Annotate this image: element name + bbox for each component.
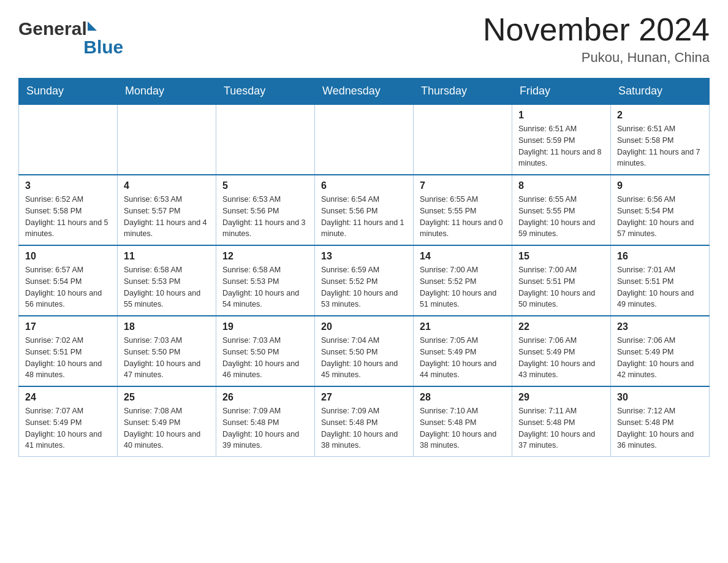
- calendar-week-row: 3Sunrise: 6:52 AM Sunset: 5:58 PM Daylig…: [19, 175, 710, 245]
- day-number: 2: [617, 110, 703, 121]
- day-info: Sunrise: 7:11 AM Sunset: 5:48 PM Dayligh…: [518, 405, 604, 451]
- day-number: 27: [321, 392, 407, 403]
- day-number: 6: [321, 180, 407, 191]
- day-number: 29: [518, 392, 604, 403]
- day-number: 3: [25, 180, 111, 191]
- calendar-header-saturday: Saturday: [611, 79, 710, 105]
- calendar-cell: 5Sunrise: 6:53 AM Sunset: 5:56 PM Daylig…: [216, 175, 315, 245]
- day-info: Sunrise: 6:52 AM Sunset: 5:58 PM Dayligh…: [25, 194, 111, 240]
- day-info: Sunrise: 7:07 AM Sunset: 5:49 PM Dayligh…: [25, 405, 111, 451]
- day-info: Sunrise: 6:53 AM Sunset: 5:57 PM Dayligh…: [124, 194, 210, 240]
- calendar-header-monday: Monday: [118, 79, 216, 105]
- calendar-cell: 12Sunrise: 6:58 AM Sunset: 5:53 PM Dayli…: [216, 245, 315, 316]
- day-number: 22: [518, 321, 604, 332]
- calendar-cell: 8Sunrise: 6:55 AM Sunset: 5:55 PM Daylig…: [512, 175, 611, 245]
- calendar-cell: 10Sunrise: 6:57 AM Sunset: 5:54 PM Dayli…: [19, 245, 118, 316]
- day-number: 8: [518, 180, 604, 191]
- day-info: Sunrise: 7:03 AM Sunset: 5:50 PM Dayligh…: [124, 335, 210, 381]
- day-info: Sunrise: 7:12 AM Sunset: 5:48 PM Dayligh…: [617, 405, 703, 451]
- calendar-cell: [216, 104, 315, 175]
- logo-blue-text: Blue: [83, 37, 123, 58]
- calendar-cell: 7Sunrise: 6:55 AM Sunset: 5:55 PM Daylig…: [414, 175, 512, 245]
- day-number: 9: [617, 180, 703, 191]
- page-header: General General Blue November 2024 Pukou…: [18, 12, 710, 66]
- calendar-cell: 6Sunrise: 6:54 AM Sunset: 5:56 PM Daylig…: [315, 175, 414, 245]
- calendar-cell: 23Sunrise: 7:06 AM Sunset: 5:49 PM Dayli…: [611, 316, 710, 386]
- day-number: 1: [518, 110, 604, 121]
- calendar-cell: 21Sunrise: 7:05 AM Sunset: 5:49 PM Dayli…: [414, 316, 512, 386]
- day-number: 17: [25, 321, 111, 332]
- calendar-week-row: 24Sunrise: 7:07 AM Sunset: 5:49 PM Dayli…: [19, 386, 710, 457]
- calendar-table: SundayMondayTuesdayWednesdayThursdayFrid…: [18, 78, 710, 457]
- day-info: Sunrise: 7:06 AM Sunset: 5:49 PM Dayligh…: [518, 335, 604, 381]
- calendar-cell: 14Sunrise: 7:00 AM Sunset: 5:52 PM Dayli…: [414, 245, 512, 316]
- day-number: 15: [518, 251, 604, 262]
- day-info: Sunrise: 7:00 AM Sunset: 5:52 PM Dayligh…: [420, 264, 506, 310]
- day-info: Sunrise: 6:51 AM Sunset: 5:58 PM Dayligh…: [617, 123, 703, 169]
- calendar-cell: 18Sunrise: 7:03 AM Sunset: 5:50 PM Dayli…: [118, 316, 216, 386]
- day-number: 25: [124, 392, 210, 403]
- calendar-cell: 25Sunrise: 7:08 AM Sunset: 5:49 PM Dayli…: [118, 386, 216, 457]
- day-info: Sunrise: 6:54 AM Sunset: 5:56 PM Dayligh…: [321, 194, 407, 240]
- calendar-cell: 3Sunrise: 6:52 AM Sunset: 5:58 PM Daylig…: [19, 175, 118, 245]
- calendar-cell: 16Sunrise: 7:01 AM Sunset: 5:51 PM Dayli…: [611, 245, 710, 316]
- calendar-header-wednesday: Wednesday: [315, 79, 414, 105]
- calendar-week-row: 1Sunrise: 6:51 AM Sunset: 5:59 PM Daylig…: [19, 104, 710, 175]
- day-number: 4: [124, 180, 210, 191]
- location-text: Pukou, Hunan, China: [483, 50, 710, 66]
- day-number: 14: [420, 251, 506, 262]
- day-info: Sunrise: 6:53 AM Sunset: 5:56 PM Dayligh…: [222, 194, 308, 240]
- day-number: 24: [25, 392, 111, 403]
- day-number: 23: [617, 321, 703, 332]
- calendar-cell: 22Sunrise: 7:06 AM Sunset: 5:49 PM Dayli…: [512, 316, 611, 386]
- day-number: 18: [124, 321, 210, 332]
- calendar-header-thursday: Thursday: [414, 79, 512, 105]
- calendar-cell: 24Sunrise: 7:07 AM Sunset: 5:49 PM Dayli…: [19, 386, 118, 457]
- calendar-header-sunday: Sunday: [19, 79, 118, 105]
- day-info: Sunrise: 7:09 AM Sunset: 5:48 PM Dayligh…: [321, 405, 407, 451]
- day-number: 13: [321, 251, 407, 262]
- calendar-cell: 26Sunrise: 7:09 AM Sunset: 5:48 PM Dayli…: [216, 386, 315, 457]
- calendar-week-row: 17Sunrise: 7:02 AM Sunset: 5:51 PM Dayli…: [19, 316, 710, 386]
- calendar-cell: 9Sunrise: 6:56 AM Sunset: 5:54 PM Daylig…: [611, 175, 710, 245]
- day-info: Sunrise: 6:55 AM Sunset: 5:55 PM Dayligh…: [420, 194, 506, 240]
- month-title: November 2024: [483, 12, 710, 47]
- calendar-header-friday: Friday: [512, 79, 611, 105]
- calendar-cell: 17Sunrise: 7:02 AM Sunset: 5:51 PM Dayli…: [19, 316, 118, 386]
- calendar-cell: [118, 104, 216, 175]
- day-number: 26: [222, 392, 308, 403]
- calendar-cell: 30Sunrise: 7:12 AM Sunset: 5:48 PM Dayli…: [611, 386, 710, 457]
- calendar-cell: [414, 104, 512, 175]
- title-block: November 2024 Pukou, Hunan, China: [483, 12, 710, 66]
- calendar-cell: 28Sunrise: 7:10 AM Sunset: 5:48 PM Dayli…: [414, 386, 512, 457]
- day-info: Sunrise: 6:59 AM Sunset: 5:52 PM Dayligh…: [321, 264, 407, 310]
- calendar-cell: 15Sunrise: 7:00 AM Sunset: 5:51 PM Dayli…: [512, 245, 611, 316]
- calendar-header-tuesday: Tuesday: [216, 79, 315, 105]
- day-number: 7: [420, 180, 506, 191]
- calendar-week-row: 10Sunrise: 6:57 AM Sunset: 5:54 PM Dayli…: [19, 245, 710, 316]
- day-number: 11: [124, 251, 210, 262]
- calendar-cell: 19Sunrise: 7:03 AM Sunset: 5:50 PM Dayli…: [216, 316, 315, 386]
- day-number: 16: [617, 251, 703, 262]
- calendar-cell: 27Sunrise: 7:09 AM Sunset: 5:48 PM Dayli…: [315, 386, 414, 457]
- day-number: 5: [222, 180, 308, 191]
- day-info: Sunrise: 7:02 AM Sunset: 5:51 PM Dayligh…: [25, 335, 111, 381]
- calendar-cell: [19, 104, 118, 175]
- day-number: 20: [321, 321, 407, 332]
- day-number: 10: [25, 251, 111, 262]
- day-info: Sunrise: 7:09 AM Sunset: 5:48 PM Dayligh…: [222, 405, 308, 451]
- calendar-cell: 13Sunrise: 6:59 AM Sunset: 5:52 PM Dayli…: [315, 245, 414, 316]
- logo-arrow-icon: [88, 21, 97, 31]
- day-info: Sunrise: 6:55 AM Sunset: 5:55 PM Dayligh…: [518, 194, 604, 240]
- day-number: 21: [420, 321, 506, 332]
- calendar-cell: 29Sunrise: 7:11 AM Sunset: 5:48 PM Dayli…: [512, 386, 611, 457]
- day-info: Sunrise: 6:56 AM Sunset: 5:54 PM Dayligh…: [617, 194, 703, 240]
- calendar-cell: 4Sunrise: 6:53 AM Sunset: 5:57 PM Daylig…: [118, 175, 216, 245]
- day-number: 19: [222, 321, 308, 332]
- day-info: Sunrise: 7:06 AM Sunset: 5:49 PM Dayligh…: [617, 335, 703, 381]
- day-info: Sunrise: 7:04 AM Sunset: 5:50 PM Dayligh…: [321, 335, 407, 381]
- day-number: 12: [222, 251, 308, 262]
- day-info: Sunrise: 7:08 AM Sunset: 5:49 PM Dayligh…: [124, 405, 210, 451]
- day-info: Sunrise: 6:57 AM Sunset: 5:54 PM Dayligh…: [25, 264, 111, 310]
- calendar-cell: 2Sunrise: 6:51 AM Sunset: 5:58 PM Daylig…: [611, 104, 710, 175]
